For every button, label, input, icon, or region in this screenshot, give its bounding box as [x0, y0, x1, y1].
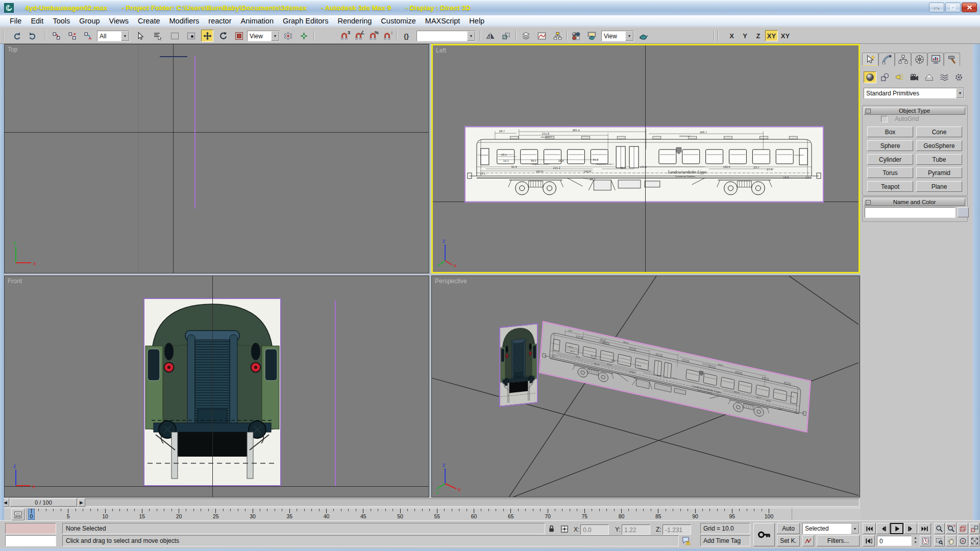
tab-create[interactable] — [862, 53, 878, 66]
trackbar-ruler[interactable]: 0510152025303540455055606570758085909510… — [27, 508, 792, 521]
object-category-dropdown[interactable]: Standard Primitives▼ — [864, 88, 965, 98]
material-editor-button[interactable] — [570, 30, 582, 42]
maxscript-mini-listener-input[interactable] — [5, 535, 56, 546]
name-and-color-rollout-header[interactable]: – Name and Color — [864, 198, 965, 206]
y-coordinate-field[interactable] — [622, 524, 650, 535]
selection-lock-toggle[interactable] — [547, 524, 556, 534]
time-configuration-button[interactable] — [920, 535, 931, 546]
set-keys-button[interactable] — [753, 523, 775, 546]
tube-button[interactable]: Tube — [916, 154, 962, 165]
layer-manager-button[interactable] — [520, 30, 532, 42]
key-mode-toggle[interactable] — [863, 535, 875, 546]
front-image-plane-object-3d[interactable] — [499, 323, 538, 407]
communicator-icon[interactable] — [682, 536, 692, 546]
category-helpers-button[interactable] — [923, 71, 936, 83]
menu-help[interactable]: Help — [464, 16, 489, 26]
sphere-button[interactable]: Sphere — [867, 140, 913, 151]
default-in-out-tangent-button[interactable] — [802, 535, 814, 546]
spinner-snap-button[interactable]: ↕ — [381, 30, 393, 42]
menu-file[interactable]: File — [5, 16, 26, 26]
category-cameras-button[interactable] — [908, 71, 921, 83]
close-button[interactable] — [962, 3, 977, 12]
render-setup-button[interactable] — [585, 30, 598, 42]
tab-motion[interactable] — [911, 53, 927, 66]
select-and-scale-button[interactable] — [233, 30, 245, 42]
region-zoom-button[interactable] — [934, 535, 945, 546]
key-filters-selection-dropdown[interactable]: Selected▼ — [802, 523, 860, 534]
selection-filter-dropdown[interactable]: All▼ — [97, 31, 130, 41]
menu-edit[interactable]: Edit — [26, 16, 48, 26]
menu-graph-editors[interactable]: Graph Editors — [278, 16, 333, 26]
play-button[interactable] — [890, 523, 903, 534]
z-coordinate-field[interactable] — [663, 524, 691, 535]
viewport-perspective-label[interactable]: Perspective — [435, 278, 467, 285]
chevron-down-icon[interactable]: ▼ — [467, 31, 475, 41]
menu-rendering[interactable]: Rendering — [333, 16, 376, 26]
x-coordinate-field[interactable] — [580, 524, 609, 535]
viewport-perspective[interactable]: Perspective z x y — [431, 276, 860, 497]
restrict-xy-plane-button[interactable]: XY — [765, 30, 778, 41]
select-object-button[interactable] — [134, 30, 146, 42]
menu-views[interactable]: Views — [105, 16, 133, 26]
object-name-input[interactable] — [865, 207, 955, 218]
category-geometry-button[interactable] — [864, 71, 876, 83]
mirror-button[interactable] — [484, 30, 496, 42]
schematic-view-button[interactable] — [551, 30, 564, 42]
menu-maxscript[interactable]: MAXScript — [421, 16, 465, 26]
render-type-dropdown[interactable]: View▼ — [601, 31, 634, 41]
restrict-plane-flyout-button[interactable]: XY — [779, 30, 792, 41]
align-button[interactable] — [500, 30, 512, 42]
plane-edge-side-blueprint[interactable] — [335, 300, 336, 486]
maxscript-mini-listener-output[interactable] — [5, 523, 56, 534]
cylinder-button[interactable]: Cylinder — [867, 154, 913, 165]
undo-button[interactable] — [10, 30, 22, 42]
arc-rotate-button[interactable] — [958, 535, 968, 546]
edit-named-selection-sets-button[interactable]: {} — [400, 30, 412, 42]
minimize-button[interactable] — [929, 3, 944, 12]
chevron-down-icon[interactable]: ▼ — [271, 31, 279, 41]
go-to-start-button[interactable] — [863, 523, 876, 534]
torus-button[interactable]: Torus — [867, 167, 913, 178]
chevron-down-icon[interactable]: ▼ — [121, 31, 129, 41]
select-and-rotate-button[interactable] — [217, 30, 229, 42]
viewport-top[interactable]: Top y x — [4, 44, 429, 273]
category-lights-button[interactable] — [893, 71, 906, 83]
angle-snap-button[interactable]: ∠ — [352, 30, 364, 42]
snap-toggle-3d-button[interactable]: 3 — [338, 30, 350, 42]
next-frame-button[interactable] — [904, 523, 917, 534]
time-slider-handle[interactable]: 0 / 100 — [10, 498, 77, 507]
add-time-tag[interactable]: Add Time Tag — [700, 535, 750, 546]
open-mini-curve-editor-button[interactable] — [11, 509, 24, 520]
redo-button[interactable] — [27, 30, 39, 42]
category-shapes-button[interactable] — [878, 71, 891, 83]
select-and-link-button[interactable] — [50, 30, 62, 42]
blueprint-plane-object[interactable] — [464, 126, 824, 203]
chevron-down-icon[interactable]: ▼ — [956, 88, 964, 98]
category-systems-button[interactable] — [952, 71, 965, 83]
tab-utilities[interactable] — [944, 53, 960, 66]
set-key-mode-button[interactable]: Set K. — [777, 535, 800, 546]
viewport-front-label[interactable]: Front — [8, 278, 22, 285]
go-to-end-button[interactable] — [918, 523, 931, 534]
menu-tools[interactable]: Tools — [48, 16, 75, 26]
plane-button[interactable]: Plane — [916, 181, 962, 192]
category-spacewarps-button[interactable] — [938, 71, 950, 83]
unlink-selection-button[interactable] — [66, 30, 78, 42]
cone-button[interactable]: Cone — [916, 127, 962, 137]
key-filters-button[interactable]: Filters... — [817, 535, 860, 546]
quick-render-button[interactable] — [637, 30, 649, 42]
frame-spinner[interactable]: ▲▼ — [913, 536, 918, 546]
maximize-button[interactable] — [945, 3, 961, 12]
tab-display[interactable] — [927, 53, 944, 66]
restrict-x-button[interactable]: X — [725, 30, 738, 41]
tab-hierarchy[interactable] — [895, 53, 911, 66]
tab-modify[interactable] — [878, 53, 895, 66]
menu-modifiers[interactable]: Modifiers — [165, 16, 204, 26]
viewport-left[interactable]: Left z x — [431, 44, 860, 273]
menu-reactor[interactable]: reactor — [204, 16, 236, 26]
use-center-button[interactable] — [282, 30, 294, 42]
restrict-y-button[interactable]: Y — [739, 30, 751, 41]
viewport-left-label[interactable]: Left — [436, 47, 446, 54]
zoom-button[interactable] — [934, 523, 945, 534]
object-color-swatch[interactable] — [958, 207, 969, 217]
